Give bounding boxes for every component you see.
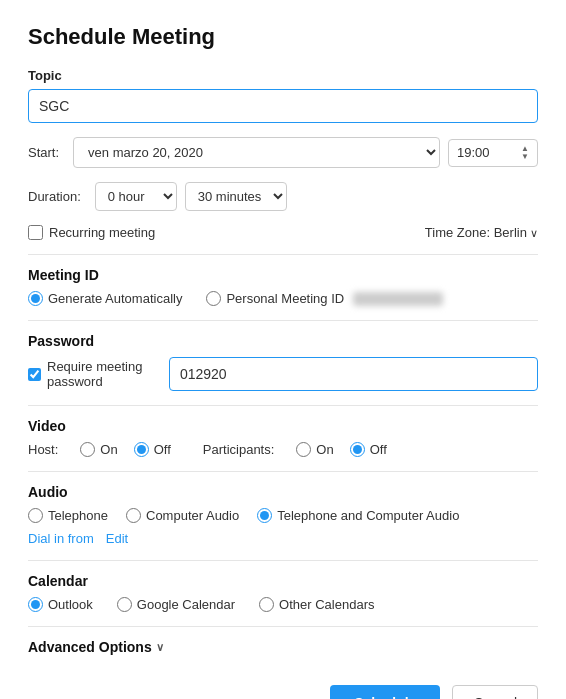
audio-section: Audio Telephone Computer Audio Telephone… bbox=[28, 484, 538, 546]
meeting-id-section: Meeting ID Generate Automatically Person… bbox=[28, 267, 538, 306]
personal-id-value-blur bbox=[353, 292, 443, 306]
telephone-text: Telephone bbox=[48, 508, 108, 523]
start-row: Start: ven marzo 20, 2020 19:00 ▲ ▼ bbox=[28, 137, 538, 168]
personal-id-label[interactable]: Personal Meeting ID bbox=[206, 291, 443, 306]
password-title: Password bbox=[28, 333, 538, 349]
personal-id-radio[interactable] bbox=[206, 291, 221, 306]
other-calendars-label[interactable]: Other Calendars bbox=[259, 597, 374, 612]
outlook-radio[interactable] bbox=[28, 597, 43, 612]
topic-group: Topic bbox=[28, 68, 538, 123]
password-section: Password Require meeting password bbox=[28, 333, 538, 391]
participants-on-label[interactable]: On bbox=[296, 442, 333, 457]
footer-row: Schedule Cancel bbox=[28, 675, 538, 699]
host-off-text: Off bbox=[154, 442, 171, 457]
divider-1 bbox=[28, 254, 538, 255]
recurring-label[interactable]: Recurring meeting bbox=[28, 225, 155, 240]
telephone-radio[interactable] bbox=[28, 508, 43, 523]
participants-label: Participants: bbox=[203, 442, 275, 457]
meeting-id-title: Meeting ID bbox=[28, 267, 538, 283]
recurring-text: Recurring meeting bbox=[49, 225, 155, 240]
duration-hour-select[interactable]: 0 hour 1 hour 2 hours bbox=[95, 182, 177, 211]
video-options: Host: On Off Participants: On Off bbox=[28, 442, 538, 457]
host-on-radio[interactable] bbox=[80, 442, 95, 457]
divider-5 bbox=[28, 560, 538, 561]
computer-audio-text: Computer Audio bbox=[146, 508, 239, 523]
password-checkbox-text: Require meeting password bbox=[47, 359, 153, 389]
video-title: Video bbox=[28, 418, 538, 434]
telephone-label[interactable]: Telephone bbox=[28, 508, 108, 523]
duration-minute-select[interactable]: 30 minutes 0 minutes 15 minutes 45 minut… bbox=[185, 182, 287, 211]
password-checkbox-label[interactable]: Require meeting password bbox=[28, 359, 153, 389]
outlook-text: Outlook bbox=[48, 597, 93, 612]
telephone-computer-label[interactable]: Telephone and Computer Audio bbox=[257, 508, 459, 523]
time-spinner[interactable]: ▲ ▼ bbox=[521, 145, 529, 161]
host-on-label[interactable]: On bbox=[80, 442, 117, 457]
recurring-checkbox[interactable] bbox=[28, 225, 43, 240]
computer-audio-radio[interactable] bbox=[126, 508, 141, 523]
other-calendars-text: Other Calendars bbox=[279, 597, 374, 612]
participants-off-radio[interactable] bbox=[350, 442, 365, 457]
duration-row: Duration: 0 hour 1 hour 2 hours 30 minut… bbox=[28, 182, 538, 211]
calendar-options: Outlook Google Calendar Other Calendars bbox=[28, 597, 538, 612]
divider-4 bbox=[28, 471, 538, 472]
divider-3 bbox=[28, 405, 538, 406]
participants-off-label[interactable]: Off bbox=[350, 442, 387, 457]
dial-in-link[interactable]: Dial in from bbox=[28, 531, 94, 546]
participants-off-text: Off bbox=[370, 442, 387, 457]
dial-row: Dial in from Edit bbox=[28, 531, 538, 546]
google-calendar-radio[interactable] bbox=[117, 597, 132, 612]
calendar-title: Calendar bbox=[28, 573, 538, 589]
telephone-computer-radio[interactable] bbox=[257, 508, 272, 523]
password-input[interactable] bbox=[169, 357, 538, 391]
generate-auto-label[interactable]: Generate Automatically bbox=[28, 291, 182, 306]
host-label: Host: bbox=[28, 442, 58, 457]
audio-options: Telephone Computer Audio Telephone and C… bbox=[28, 508, 538, 523]
page-title: Schedule Meeting bbox=[28, 24, 538, 50]
timezone-link[interactable]: Time Zone: Berlin bbox=[425, 225, 538, 240]
participants-on-radio[interactable] bbox=[296, 442, 311, 457]
video-section: Video Host: On Off Participants: On Off bbox=[28, 418, 538, 457]
computer-audio-label[interactable]: Computer Audio bbox=[126, 508, 239, 523]
other-calendars-radio[interactable] bbox=[259, 597, 274, 612]
time-down-icon[interactable]: ▼ bbox=[521, 153, 529, 161]
schedule-button[interactable]: Schedule bbox=[330, 685, 440, 699]
google-calendar-text: Google Calendar bbox=[137, 597, 235, 612]
chevron-down-icon: ∨ bbox=[156, 641, 164, 654]
cancel-button[interactable]: Cancel bbox=[452, 685, 538, 699]
audio-title: Audio bbox=[28, 484, 538, 500]
recurring-timezone-row: Recurring meeting Time Zone: Berlin bbox=[28, 225, 538, 240]
start-label: Start: bbox=[28, 145, 59, 160]
host-on-text: On bbox=[100, 442, 117, 457]
host-off-label[interactable]: Off bbox=[134, 442, 171, 457]
divider-6 bbox=[28, 626, 538, 627]
password-checkbox[interactable] bbox=[28, 367, 41, 382]
telephone-computer-text: Telephone and Computer Audio bbox=[277, 508, 459, 523]
calendar-section: Calendar Outlook Google Calendar Other C… bbox=[28, 573, 538, 612]
google-calendar-label[interactable]: Google Calendar bbox=[117, 597, 235, 612]
topic-label: Topic bbox=[28, 68, 538, 83]
generate-auto-text: Generate Automatically bbox=[48, 291, 182, 306]
outlook-label[interactable]: Outlook bbox=[28, 597, 93, 612]
generate-auto-radio[interactable] bbox=[28, 291, 43, 306]
advanced-options-label: Advanced Options bbox=[28, 639, 152, 655]
duration-label: Duration: bbox=[28, 189, 81, 204]
time-input-wrapper: 19:00 ▲ ▼ bbox=[448, 139, 538, 167]
topic-input[interactable] bbox=[28, 89, 538, 123]
advanced-options-row[interactable]: Advanced Options ∨ bbox=[28, 639, 538, 655]
password-row: Require meeting password bbox=[28, 357, 538, 391]
personal-id-text: Personal Meeting ID bbox=[226, 291, 344, 306]
time-value: 19:00 bbox=[457, 145, 490, 160]
divider-2 bbox=[28, 320, 538, 321]
start-date-select[interactable]: ven marzo 20, 2020 bbox=[73, 137, 440, 168]
meeting-id-options: Generate Automatically Personal Meeting … bbox=[28, 291, 538, 306]
participants-on-text: On bbox=[316, 442, 333, 457]
edit-link[interactable]: Edit bbox=[106, 531, 128, 546]
host-off-radio[interactable] bbox=[134, 442, 149, 457]
